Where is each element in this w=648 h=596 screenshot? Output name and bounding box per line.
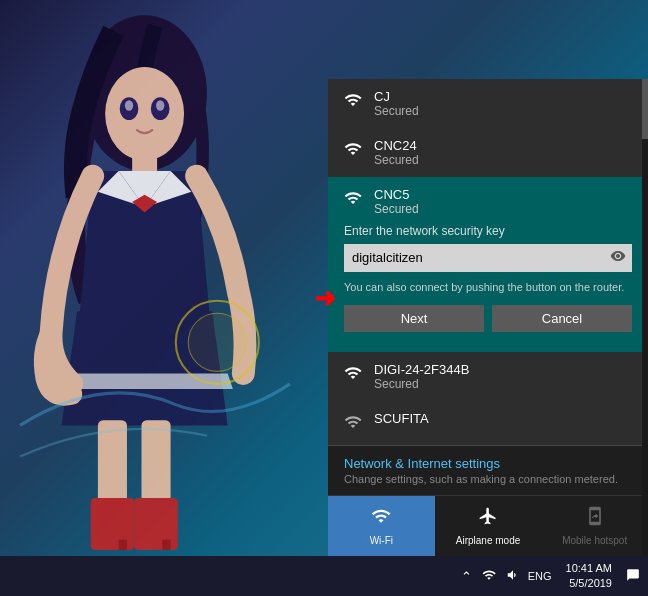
next-button[interactable]: Next [344,305,484,332]
quick-action-mobile-hotspot[interactable]: Mobile hotspot [541,496,648,556]
svg-rect-12 [162,540,170,550]
wifi-cj-name: CJ [374,89,632,104]
network-tray-icon[interactable] [480,566,498,587]
network-settings-description: Change settings, such as making a connec… [344,473,632,485]
svg-rect-10 [134,498,178,550]
password-row: ← [344,244,632,272]
password-input[interactable] [344,244,632,272]
anime-figure [10,10,300,550]
wifi-network-cj[interactable]: CJ Secured [328,79,648,128]
quick-action-wifi[interactable]: Wi-Fi [328,496,435,556]
wifi-digi-status: Secured [374,377,632,391]
wifi-quick-label: Wi-Fi [370,535,393,546]
wifi-signal-icon [344,91,362,113]
svg-point-4 [125,100,133,110]
clock[interactable]: 10:41 AM 5/5/2019 [560,561,618,592]
wifi-cnc5-name: CNC5 [374,187,632,202]
svg-point-14 [188,313,246,371]
date-display: 5/5/2019 [566,576,612,591]
quick-actions-bar: Wi-Fi Airplane mode Mobile hotspot [328,495,648,556]
wifi-digi-name: DIGI-24-2F344B [374,362,632,377]
taskbar-right: ⌃ ENG 10:41 AM 5/5/2019 [459,561,640,592]
airplane-icon [478,506,498,531]
svg-point-1 [105,67,184,160]
svg-point-5 [156,100,164,110]
wifi-network-digi[interactable]: DIGI-24-2F344B Secured [328,352,648,401]
volume-tray-icon[interactable] [504,566,522,587]
wifi-signal-icon-scufita [344,413,362,435]
language-label[interactable]: ENG [528,570,552,582]
system-tray: ⌃ ENG [459,566,552,587]
network-settings-link[interactable]: Network & Internet settings [344,456,632,471]
wifi-cnc24-status: Secured [374,153,632,167]
mobile-hotspot-label: Mobile hotspot [562,535,627,546]
wifi-network-scufita[interactable]: SCUFITA [328,401,648,446]
wifi-signal-icon [344,140,362,162]
wifi-signal-icon-cnc5 [344,189,362,211]
taskbar: ⌃ ENG 10:41 AM 5/5/2019 [0,556,648,596]
wifi-cnc24-name: CNC24 [374,138,632,153]
show-password-icon[interactable] [610,248,626,267]
wifi-scufita-name: SCUFITA [374,411,632,426]
wifi-network-list: CJ Secured CNC24 Secured CNC5 Secur [328,79,648,446]
notification-icon[interactable] [626,568,640,585]
svg-rect-11 [119,540,127,550]
wifi-network-cnc5[interactable]: CNC5 Secured Enter the network security … [328,177,648,352]
scrollbar-thumb[interactable] [642,79,648,139]
airplane-quick-label: Airplane mode [456,535,520,546]
password-red-arrow: ➜ [314,283,336,314]
wifi-signal-icon-digi [344,364,362,386]
security-key-section: Enter the network security key ← You can… [344,216,632,352]
wifi-quick-icon [371,506,391,531]
connect-hint: You can also connect by pushing the butt… [344,280,632,295]
network-settings: Network & Internet settings Change setti… [328,446,648,495]
security-key-label: Enter the network security key [344,224,632,238]
wifi-network-cnc24[interactable]: CNC24 Secured [328,128,648,177]
wifi-panel: CJ Secured CNC24 Secured CNC5 Secur [328,79,648,556]
button-row: Next Cancel [344,305,632,332]
wifi-cnc5-status: Secured [374,202,632,216]
cancel-button[interactable]: Cancel [492,305,632,332]
panel-scrollbar[interactable] [642,79,648,556]
svg-rect-9 [91,498,135,550]
system-tray-expand-icon[interactable]: ⌃ [459,567,474,586]
quick-action-airplane[interactable]: Airplane mode [435,496,542,556]
time-display: 10:41 AM [566,561,612,576]
mobile-hotspot-icon [585,506,605,531]
wifi-cj-status: Secured [374,104,632,118]
